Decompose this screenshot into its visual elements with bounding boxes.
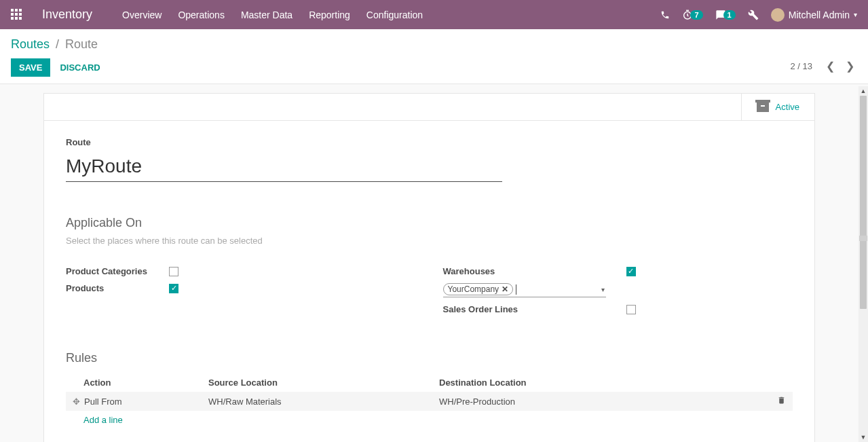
nav-master-data[interactable]: Master Data [241, 10, 293, 20]
user-name: Mitchell Admin [789, 10, 850, 20]
nav-operations[interactable]: Operations [178, 10, 224, 20]
phone-icon[interactable] [660, 10, 670, 20]
apps-icon[interactable] [11, 9, 23, 21]
top-navbar: Inventory Overview Operations Master Dat… [0, 0, 868, 29]
systray: 7 1 Mitchell Admin ▾ [660, 8, 857, 22]
pager: 2 / 13 ❮ ❯ [790, 58, 857, 74]
control-panel: Routes / Route SAVE DISCARD 2 / 13 ❮ ❯ [0, 29, 868, 84]
nav-reporting[interactable]: Reporting [309, 10, 350, 20]
main-menu: Overview Operations Master Data Reportin… [122, 10, 423, 20]
nav-configuration[interactable]: Configuration [366, 10, 423, 20]
breadcrumb-current: Route [65, 37, 98, 51]
breadcrumb: Routes / Route [11, 37, 857, 52]
pager-text[interactable]: 2 / 13 [790, 61, 812, 71]
chat-icon[interactable]: 1 [715, 10, 736, 20]
debug-icon[interactable] [748, 10, 759, 20]
chat-badge: 1 [723, 10, 736, 20]
breadcrumb-parent[interactable]: Routes [11, 37, 50, 51]
user-menu[interactable]: Mitchell Admin ▾ [771, 8, 857, 22]
chevron-down-icon: ▾ [854, 11, 857, 18]
discard-button[interactable]: DISCARD [60, 62, 100, 73]
app-name[interactable]: Inventory [42, 7, 92, 22]
pager-prev-icon[interactable]: ❮ [823, 58, 837, 74]
timer-badge: 7 [690, 10, 702, 20]
pager-next-icon[interactable]: ❯ [843, 58, 857, 74]
avatar-icon [771, 8, 785, 22]
save-button[interactable]: SAVE [11, 58, 50, 77]
nav-overview[interactable]: Overview [122, 10, 162, 20]
timer-icon[interactable]: 7 [682, 10, 702, 20]
